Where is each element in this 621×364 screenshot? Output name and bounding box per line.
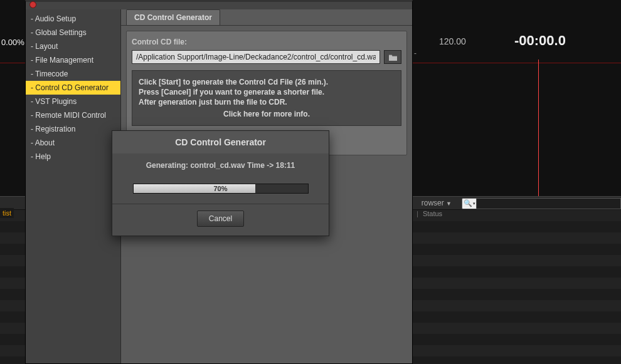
- cancel-button[interactable]: Cancel: [197, 211, 244, 227]
- dialog-title: CD Control Generator: [112, 131, 329, 153]
- column-status: Status: [423, 210, 442, 217]
- sidebar-item-vst-plugins[interactable]: - VST Plugins: [26, 95, 120, 108]
- search-mode-button[interactable]: 🔍▾: [462, 198, 477, 209]
- instructions-box: Click [Start] to generate the Control Cd…: [132, 70, 401, 126]
- bpm-dash: -: [414, 49, 417, 58]
- browser-dropdown[interactable]: rowser ▼: [422, 199, 452, 207]
- sidebar-item-global-settings[interactable]: - Global Settings: [26, 26, 120, 39]
- more-info-link[interactable]: Click here for more info.: [139, 109, 395, 119]
- bpm-display: 120.00: [439, 36, 466, 46]
- sidebar-item-registration[interactable]: - Registration: [26, 122, 120, 136]
- progress-dialog: CD Control Generator Generating: control…: [112, 130, 329, 236]
- dialog-message: Generating: control_cd.wav Time -> 18:11: [121, 161, 320, 170]
- window-close-button[interactable]: [29, 1, 36, 8]
- sidebar-item-file-management[interactable]: - File Management: [26, 53, 120, 67]
- browse-folder-button[interactable]: [384, 50, 401, 64]
- sidebar-item-help[interactable]: - Help: [26, 150, 120, 164]
- settings-sidebar: - Audio Setup- Global Settings- Layout- …: [26, 9, 121, 363]
- chevron-down-icon: ▾: [473, 201, 475, 206]
- instructions-line3: After generation just burn the file to C…: [139, 97, 395, 107]
- sidebar-item-remote-midi-control[interactable]: - Remote MIDI Control: [26, 108, 120, 122]
- column-artist-fragment: tist: [0, 208, 14, 218]
- instructions-line1: Click [Start] to generate the Control Cd…: [139, 77, 395, 87]
- progress-percent-text: 70%: [134, 184, 308, 193]
- playhead-marker: [538, 60, 539, 200]
- sidebar-item-audio-setup[interactable]: - Audio Setup: [26, 12, 120, 26]
- progress-bar: 70%: [133, 184, 309, 194]
- tab-cd-control-generator[interactable]: CD Control Generator: [126, 9, 220, 25]
- pitch-percent: 0.00%: [1, 38, 24, 47]
- sidebar-item-layout[interactable]: - Layout: [26, 39, 120, 53]
- instructions-line2: Press [Cancel] if you want to generate a…: [139, 87, 395, 97]
- control-file-label: Control CD file:: [132, 38, 401, 46]
- column-separator: |: [417, 210, 418, 217]
- sidebar-item-control-cd-generator[interactable]: - Control CD Generator: [26, 81, 120, 95]
- search-icon: 🔍: [464, 199, 472, 207]
- time-display: -00:00.0: [514, 33, 566, 49]
- control-file-path-input[interactable]: [132, 50, 380, 64]
- search-input[interactable]: [477, 198, 621, 209]
- browser-dropdown-label: rowser: [422, 199, 444, 207]
- dropdown-triangle-icon: ▼: [446, 200, 452, 207]
- folder-icon: [388, 53, 398, 61]
- sidebar-item-about[interactable]: - About: [26, 136, 120, 150]
- sidebar-item-timecode[interactable]: - Timecode: [26, 67, 120, 81]
- content-tabs: CD Control Generator: [121, 9, 412, 26]
